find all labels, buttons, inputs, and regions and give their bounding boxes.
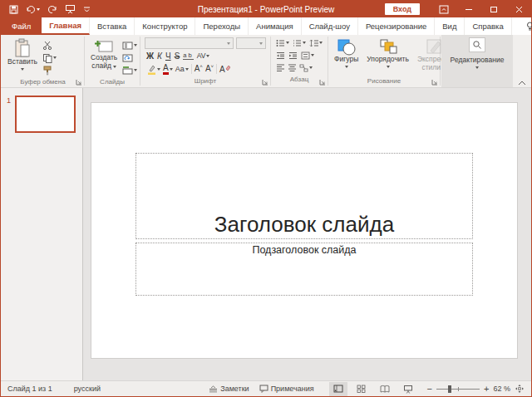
tab-insert[interactable]: Вставка <box>90 17 135 35</box>
editing-button[interactable]: Редактирование <box>441 35 513 87</box>
tab-design[interactable]: Конструктор <box>135 17 195 35</box>
new-slide-button[interactable]: Создать слайд <box>87 37 121 72</box>
close-button[interactable] <box>506 1 531 17</box>
tab-help[interactable]: Помощь <box>519 17 532 35</box>
section-dropdown-icon[interactable] <box>134 69 137 71</box>
title-placeholder[interactable]: Заголовок слайда <box>135 153 473 239</box>
font-color-dropdown-icon[interactable] <box>170 68 173 71</box>
customize-qat-icon[interactable] <box>83 6 91 13</box>
highlight-button[interactable] <box>146 64 160 75</box>
kerning-dropdown-icon[interactable] <box>206 55 209 57</box>
shrink-font-button[interactable]: А˅ <box>205 64 214 73</box>
tab-slideshow[interactable]: Слайд-шоу <box>302 17 358 35</box>
smartart-dropdown-icon[interactable] <box>309 66 313 69</box>
slide[interactable]: Заголовок слайда Подзаголовок слайда <box>91 103 517 358</box>
reset-slide-button[interactable] <box>121 51 139 64</box>
shapes-dropdown-icon[interactable] <box>345 66 348 68</box>
tab-file[interactable]: Файл <box>1 17 42 35</box>
ribbon-display-options-icon[interactable] <box>431 1 456 17</box>
tab-animations[interactable]: Анимация <box>249 17 302 35</box>
tab-review[interactable]: Рецензирование <box>358 17 435 35</box>
line-spacing-dropdown-icon[interactable] <box>319 42 323 44</box>
drawing-dialog-launcher[interactable] <box>431 79 438 86</box>
minimize-button[interactable] <box>456 1 481 17</box>
sign-in-button[interactable]: Вход <box>385 3 420 15</box>
numbering-button[interactable] <box>293 39 306 47</box>
cut-button[interactable] <box>41 39 58 51</box>
undo-icon[interactable] <box>26 5 40 14</box>
align-left-button[interactable] <box>276 64 284 71</box>
fit-to-window-button[interactable] <box>515 384 525 394</box>
grow-font-button[interactable]: А˄ <box>195 64 203 73</box>
clear-formatting-button[interactable]: А <box>219 65 230 74</box>
normal-view-button[interactable] <box>329 382 347 396</box>
language-indicator[interactable]: русский <box>74 385 101 393</box>
reading-view-button[interactable] <box>376 382 394 396</box>
arrange-dropdown-icon[interactable] <box>387 66 390 68</box>
decrease-indent-button[interactable] <box>276 51 285 60</box>
copy-button[interactable] <box>41 51 58 64</box>
strikethrough-button[interactable]: S <box>175 51 180 61</box>
bold-button[interactable]: Ж <box>146 51 154 61</box>
layout-dropdown-icon[interactable] <box>134 44 137 47</box>
convert-smartart-button[interactable] <box>299 64 313 72</box>
zoom-slider[interactable] <box>436 389 480 390</box>
font-size-dropdown-icon[interactable] <box>259 42 263 45</box>
increase-indent-button[interactable] <box>288 51 298 60</box>
start-presentation-icon[interactable] <box>65 4 76 14</box>
character-spacing-button[interactable]: ab <box>183 51 193 60</box>
text-direction-button[interactable] <box>301 51 314 60</box>
change-case-dropdown-icon[interactable] <box>185 68 189 71</box>
save-icon[interactable] <box>9 5 18 14</box>
format-painter-button[interactable] <box>41 64 58 76</box>
underline-button[interactable]: Ч <box>165 51 171 61</box>
zoom-level[interactable]: 62 % <box>493 385 510 393</box>
notes-toggle[interactable]: Заметки <box>209 385 249 393</box>
arrange-button[interactable]: Упорядочить <box>363 37 412 70</box>
tab-home[interactable]: Главная <box>42 17 90 35</box>
tab-view[interactable]: Вид <box>435 17 465 35</box>
notes-label: Заметки <box>220 385 249 393</box>
editing-dropdown-icon[interactable] <box>475 66 479 69</box>
slide-layout-button[interactable] <box>121 39 139 51</box>
zoom-in-button[interactable]: + <box>484 384 489 394</box>
highlight-dropdown-icon[interactable] <box>157 68 160 71</box>
align-center-button[interactable] <box>288 64 296 71</box>
text-direction-dropdown-icon[interactable] <box>311 54 314 56</box>
font-name-combo[interactable] <box>145 37 234 49</box>
slide-thumbnail[interactable] <box>15 96 76 133</box>
italic-button[interactable]: К <box>157 51 162 61</box>
shapes-button[interactable]: Фигуры <box>331 37 362 70</box>
restore-button[interactable] <box>481 1 506 17</box>
slideshow-view-button[interactable] <box>399 382 417 396</box>
paragraph-dialog-launcher[interactable] <box>319 79 326 86</box>
font-name-dropdown-icon[interactable] <box>227 42 230 45</box>
font-dialog-launcher[interactable] <box>262 79 268 86</box>
new-slide-dropdown-icon[interactable] <box>113 66 116 68</box>
slide-indicator[interactable]: Слайд 1 из 1 <box>7 385 52 393</box>
tab-reference[interactable]: Справка <box>465 17 511 35</box>
tab-transitions[interactable]: Переходы <box>195 17 249 35</box>
font-size-combo[interactable] <box>236 37 266 49</box>
redo-icon[interactable] <box>47 5 57 14</box>
slide-sorter-view-button[interactable] <box>352 382 371 396</box>
clipboard-dialog-launcher[interactable] <box>76 79 82 86</box>
zoom-out-button[interactable]: − <box>427 384 432 394</box>
slide-thumbnail-panel[interactable]: 1 <box>1 88 83 380</box>
font-color-button[interactable]: А <box>163 64 173 75</box>
undo-dropdown-icon[interactable] <box>37 8 40 11</box>
paste-dropdown-icon[interactable] <box>21 68 24 71</box>
section-button[interactable] <box>121 64 139 76</box>
zoom-slider-handle[interactable] <box>448 385 451 393</box>
kerning-button[interactable]: AV <box>197 51 210 60</box>
paste-button[interactable]: Вставить <box>4 37 41 72</box>
bullets-dropdown-icon[interactable] <box>286 42 289 44</box>
collapse-ribbon-icon[interactable] <box>518 81 526 86</box>
numbering-dropdown-icon[interactable] <box>303 42 306 44</box>
subtitle-placeholder[interactable]: Подзаголовок слайда <box>135 243 473 296</box>
bullets-button[interactable] <box>276 39 289 47</box>
line-spacing-button[interactable] <box>309 39 323 47</box>
copy-dropdown-icon[interactable] <box>53 56 57 59</box>
change-case-button[interactable]: Aa <box>175 65 189 73</box>
comments-toggle[interactable]: Примечания <box>259 385 314 393</box>
